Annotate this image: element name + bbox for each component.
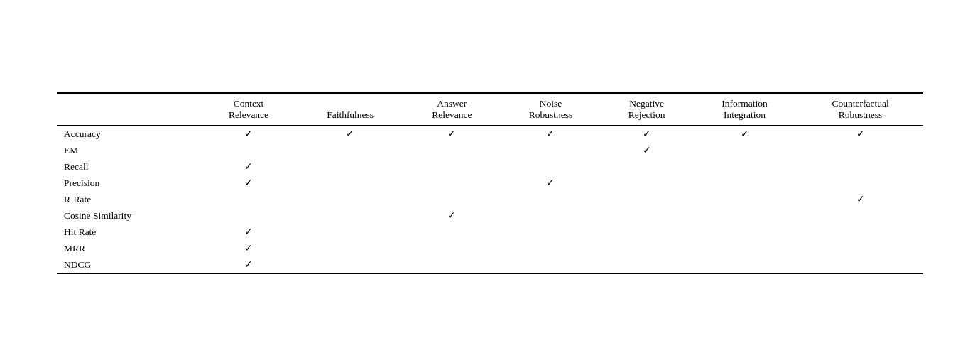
metric-value-cell: ✓ bbox=[797, 126, 923, 143]
metric-name: Recall bbox=[57, 158, 201, 175]
col-header-negative-rejection: NegativeRejection bbox=[601, 93, 692, 126]
table-row: Recall✓ bbox=[57, 158, 923, 175]
checkmark-icon: ✓ bbox=[346, 129, 354, 139]
metric-value-cell: ✓ bbox=[201, 240, 297, 256]
table-header-row: ContextRelevance Faithfulness AnswerRele… bbox=[57, 93, 923, 126]
metric-value-cell: ✓ bbox=[601, 126, 692, 143]
table-row: Cosine Similarity✓ bbox=[57, 207, 923, 224]
metric-value-cell: ✓ bbox=[201, 224, 297, 240]
metric-name: Accuracy bbox=[57, 126, 201, 143]
checkmark-icon: ✓ bbox=[447, 210, 456, 221]
checkmark-icon: ✓ bbox=[244, 226, 253, 237]
metric-value-cell: ✓ bbox=[500, 175, 602, 191]
checkmark-icon: ✓ bbox=[546, 129, 555, 139]
metric-value-cell bbox=[797, 142, 923, 158]
metric-value-cell bbox=[500, 207, 602, 224]
checkmark-icon: ✓ bbox=[447, 129, 456, 139]
metric-value-cell bbox=[296, 191, 404, 207]
metric-value-cell bbox=[692, 240, 797, 256]
metric-value-cell bbox=[296, 158, 404, 175]
metric-value-cell bbox=[500, 142, 602, 158]
table-row: Hit Rate✓ bbox=[57, 224, 923, 240]
table-row: Precision✓✓ bbox=[57, 175, 923, 191]
metric-value-cell bbox=[296, 175, 404, 191]
metric-value-cell bbox=[601, 207, 692, 224]
metric-value-cell bbox=[500, 256, 602, 273]
metric-value-cell bbox=[500, 158, 602, 175]
metric-value-cell: ✓ bbox=[201, 256, 297, 273]
metric-value-cell bbox=[404, 142, 500, 158]
metric-value-cell bbox=[692, 175, 797, 191]
table-row: NDCG✓ bbox=[57, 256, 923, 273]
metric-value-cell bbox=[296, 207, 404, 224]
page-container: ContextRelevance Faithfulness AnswerRele… bbox=[28, 67, 952, 288]
metric-name: Precision bbox=[57, 175, 201, 191]
metric-value-cell: ✓ bbox=[500, 126, 602, 143]
checkmark-icon: ✓ bbox=[856, 194, 865, 204]
metric-value-cell: ✓ bbox=[692, 126, 797, 143]
col-header-context-relevance: ContextRelevance bbox=[201, 93, 297, 126]
checkmark-icon: ✓ bbox=[244, 243, 253, 253]
metric-value-cell bbox=[296, 256, 404, 273]
metric-value-cell bbox=[296, 142, 404, 158]
metric-value-cell bbox=[201, 207, 297, 224]
checkmark-icon: ✓ bbox=[643, 145, 651, 155]
table-row: Accuracy✓✓✓✓✓✓✓ bbox=[57, 126, 923, 143]
metric-value-cell bbox=[201, 191, 297, 207]
metric-value-cell bbox=[404, 256, 500, 273]
metric-value-cell bbox=[296, 240, 404, 256]
metric-value-cell bbox=[692, 224, 797, 240]
metric-value-cell: ✓ bbox=[201, 175, 297, 191]
table-row: MRR✓ bbox=[57, 240, 923, 256]
col-header-metric bbox=[57, 93, 201, 126]
metric-value-cell bbox=[601, 224, 692, 240]
metric-value-cell bbox=[601, 191, 692, 207]
metric-name: Cosine Similarity bbox=[57, 207, 201, 224]
metric-value-cell bbox=[797, 207, 923, 224]
metric-value-cell bbox=[404, 175, 500, 191]
metric-value-cell bbox=[500, 240, 602, 256]
metric-value-cell bbox=[692, 207, 797, 224]
metric-value-cell: ✓ bbox=[404, 126, 500, 143]
metric-value-cell bbox=[404, 240, 500, 256]
metric-value-cell: ✓ bbox=[797, 191, 923, 207]
metric-value-cell bbox=[601, 158, 692, 175]
metric-value-cell: ✓ bbox=[201, 126, 297, 143]
metric-value-cell bbox=[692, 191, 797, 207]
metric-value-cell: ✓ bbox=[601, 142, 692, 158]
metric-name: Hit Rate bbox=[57, 224, 201, 240]
metric-name: R-Rate bbox=[57, 191, 201, 207]
metric-value-cell bbox=[601, 256, 692, 273]
checkmark-icon: ✓ bbox=[856, 129, 865, 139]
metric-value-cell bbox=[500, 224, 602, 240]
metrics-table: ContextRelevance Faithfulness AnswerRele… bbox=[57, 92, 923, 274]
checkmark-icon: ✓ bbox=[244, 129, 253, 139]
col-header-information-integration: InformationIntegration bbox=[692, 93, 797, 126]
metric-value-cell bbox=[404, 158, 500, 175]
metric-value-cell: ✓ bbox=[404, 207, 500, 224]
metric-name: NDCG bbox=[57, 256, 201, 273]
metric-value-cell bbox=[797, 175, 923, 191]
col-header-noise-robustness: NoiseRobustness bbox=[500, 93, 602, 126]
metric-value-cell bbox=[692, 256, 797, 273]
metric-value-cell bbox=[601, 175, 692, 191]
metric-name: EM bbox=[57, 142, 201, 158]
checkmark-icon: ✓ bbox=[741, 129, 749, 139]
metric-value-cell bbox=[404, 224, 500, 240]
col-header-faithfulness: Faithfulness bbox=[296, 93, 404, 126]
checkmark-icon: ✓ bbox=[244, 161, 253, 172]
checkmark-icon: ✓ bbox=[546, 178, 555, 188]
metric-value-cell bbox=[201, 142, 297, 158]
metric-value-cell bbox=[797, 158, 923, 175]
metric-value-cell: ✓ bbox=[201, 158, 297, 175]
metric-name: MRR bbox=[57, 240, 201, 256]
metric-value-cell bbox=[692, 142, 797, 158]
metric-value-cell bbox=[692, 158, 797, 175]
col-header-answer-relevance: AnswerRelevance bbox=[404, 93, 500, 126]
metric-value-cell bbox=[797, 224, 923, 240]
metric-value-cell bbox=[601, 240, 692, 256]
metric-value-cell bbox=[797, 240, 923, 256]
col-header-counterfactual-robustness: CounterfactualRobustness bbox=[797, 93, 923, 126]
metric-value-cell bbox=[404, 191, 500, 207]
checkmark-icon: ✓ bbox=[244, 259, 253, 270]
